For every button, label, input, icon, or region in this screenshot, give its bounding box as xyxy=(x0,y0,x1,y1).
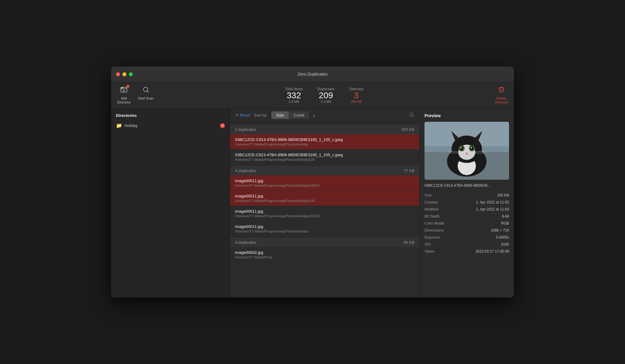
meta-row: Bit Depth8-bit xyxy=(424,213,509,220)
start-scan-button[interactable]: Start Scan xyxy=(138,86,154,104)
preview-image xyxy=(424,122,509,180)
meta-row: Modified1. Apr 2022 at 11:03 xyxy=(424,206,509,213)
toolbar-stats: Total Items 332 3,8 MB Duplicates 209 2,… xyxy=(154,87,495,103)
sort-by-label: Sort by: xyxy=(254,113,268,117)
add-directory-label: AddDirectory xyxy=(117,96,131,104)
toolbar-left: AddDirectory Start Scan xyxy=(117,86,154,104)
file-item[interactable]: image00011.jpg /Volumes/T7 Media/Program… xyxy=(230,191,419,206)
group-1-count: 2 duplicates xyxy=(235,127,256,132)
selected-value: 3 xyxy=(354,91,359,100)
file-name: image00011.jpg xyxy=(235,178,414,183)
group-2: 4 duplicates 77 KB image00011.jpg /Volum… xyxy=(230,166,419,236)
close-button[interactable] xyxy=(116,72,120,76)
sort-tabs: Size Count xyxy=(271,111,309,119)
group-2-count: 4 duplicates xyxy=(235,168,256,173)
fullscreen-button[interactable] xyxy=(129,72,133,76)
meta-key: Taken xyxy=(424,249,434,254)
minimize-button[interactable] xyxy=(122,72,126,76)
meta-value: 3200 xyxy=(501,242,509,247)
svg-point-19 xyxy=(461,147,462,148)
directory-item-holiday[interactable]: 📁 Holiday ✕ xyxy=(116,121,225,130)
main-area: Directories 📁 Holiday ✕ ↺ Reset Sort by:… xyxy=(111,108,514,297)
duplicates-stat: Duplicates 209 2,4 MB xyxy=(317,87,334,103)
meta-key: Exposure xyxy=(424,235,440,240)
group-1-header: 2 duplicates 330 KB xyxy=(230,125,419,134)
add-directory-icon xyxy=(120,86,128,95)
file-name: image00011.jpg xyxy=(235,224,414,229)
group-2-header: 4 duplicates 77 KB xyxy=(230,166,419,175)
file-path: /Volumes/T7 Media/Programming/Photos/Hol… xyxy=(235,199,414,203)
titlebar: Zero Duplicates xyxy=(111,67,514,82)
file-path: /Volumes/T7 Media/Programming/Photos/Hol… xyxy=(235,184,414,187)
file-item[interactable]: image00011.jpg /Volumes/T7 Media/Program… xyxy=(230,175,419,191)
reset-label: Reset xyxy=(240,113,250,117)
sort-tab-count[interactable]: Count xyxy=(289,111,309,119)
preview-panel: Preview xyxy=(419,108,514,297)
file-item[interactable]: image00011.jpg /Volumes/T7 Media/Program… xyxy=(230,221,419,236)
duplicates-value: 209 xyxy=(319,91,333,100)
sidebar: Directories 📁 Holiday ✕ xyxy=(111,108,230,297)
preview-title: Preview xyxy=(424,113,509,118)
group-2-size: 77 KB xyxy=(404,168,414,173)
file-item[interactable]: image00011.jpg /Volumes/T7 Media/Program… xyxy=(230,206,419,221)
search-icon[interactable] xyxy=(409,112,414,119)
delete-selected-label: DeleteSelected xyxy=(495,96,508,104)
content-area: ↺ Reset Sort by: Size Count ↓ xyxy=(230,108,419,297)
sort-bar: ↺ Reset Sort by: Size Count ↓ xyxy=(230,108,419,122)
meta-row: Size165 KB xyxy=(424,192,509,199)
meta-row: Taken2022:03:27 17:45:09 xyxy=(424,248,509,255)
meta-value: 165 KB xyxy=(497,193,509,197)
delete-selected-button[interactable]: DeleteSelected xyxy=(495,86,508,104)
file-path: /Volumes/T7 Media/Prog... xyxy=(235,255,414,259)
meta-value: 2022:03:27 17:45:09 xyxy=(475,249,509,254)
svg-point-17 xyxy=(460,146,463,150)
reset-button[interactable]: ↺ Reset xyxy=(235,113,250,117)
file-name: image00011.jpg xyxy=(235,194,414,198)
meta-row: Created1. Apr 2022 at 11:03 xyxy=(424,199,509,206)
add-badge xyxy=(126,85,129,88)
toolbar: AddDirectory Start Scan Total Items 332 … xyxy=(111,82,514,108)
file-path: /Volumes/T7 Media/Programming/Photos/Hol… xyxy=(235,229,414,233)
traffic-lights xyxy=(116,72,133,76)
meta-row: Dimensions1086 × 724 xyxy=(424,227,509,234)
file-item[interactable]: 03BC12CE-C813-47BA-8906-88D6CB9E3185_1_1… xyxy=(230,134,419,150)
svg-rect-0 xyxy=(121,88,124,88)
meta-row: Exposure0.0005s xyxy=(424,234,509,241)
meta-key: Size xyxy=(424,193,432,197)
sidebar-title: Directories xyxy=(116,113,225,118)
remove-directory-button[interactable]: ✕ xyxy=(220,123,225,128)
file-name: 03BC12CE-C813-47BA-8906-88D6CB9E3185_1_1… xyxy=(235,137,414,142)
svg-point-2 xyxy=(143,87,148,92)
trash-icon xyxy=(498,86,505,95)
meta-key: Color Model xyxy=(424,221,444,225)
selected-stat: Selected 3 203 KB xyxy=(349,87,363,103)
file-path: /Volumes/T7 Media/Programming/Photos/Hol… xyxy=(235,214,414,218)
selected-sub: 203 KB xyxy=(351,100,362,103)
meta-value: 1. Apr 2022 at 11:03 xyxy=(476,200,509,204)
file-name: image00002.jpg xyxy=(235,250,414,255)
window-title: Zero Duplicates xyxy=(298,72,327,77)
file-path: /Volumes/T7 Media/Programming/Photos/Hol… xyxy=(235,158,414,161)
duplicates-list: 2 duplicates 330 KB 03BC12CE-C813-47BA-8… xyxy=(230,122,419,297)
meta-table: Size165 KBCreated1. Apr 2022 at 11:03Mod… xyxy=(424,192,509,255)
meta-row: ISO3200 xyxy=(424,241,509,248)
add-directory-button[interactable]: AddDirectory xyxy=(117,86,131,104)
folder-icon: 📁 xyxy=(116,123,122,128)
sort-direction-icon[interactable]: ↓ xyxy=(313,113,315,118)
group-3-size: 66 KB xyxy=(404,240,414,245)
file-item[interactable]: 03BC12CE-C813-47BA-8906-88D6CB9E3185_1_1… xyxy=(230,150,419,165)
meta-row: Color ModelRGB xyxy=(424,220,509,227)
start-scan-icon xyxy=(142,86,150,95)
meta-key: Bit Depth xyxy=(424,214,439,218)
file-name: image00011.jpg xyxy=(235,209,414,214)
meta-value: RGB xyxy=(501,221,509,225)
group-1-size: 330 KB xyxy=(401,127,414,132)
sort-tab-size[interactable]: Size xyxy=(271,111,289,119)
meta-key: Created xyxy=(424,200,438,204)
total-items-stat: Total Items 332 3,8 MB xyxy=(285,87,303,103)
meta-key: Modified xyxy=(424,207,438,211)
svg-point-3 xyxy=(410,113,413,116)
meta-value: 0.0005s xyxy=(496,235,509,240)
meta-value: 1086 × 724 xyxy=(491,228,509,232)
file-item[interactable]: image00002.jpg /Volumes/T7 Media/Prog... xyxy=(230,247,419,262)
